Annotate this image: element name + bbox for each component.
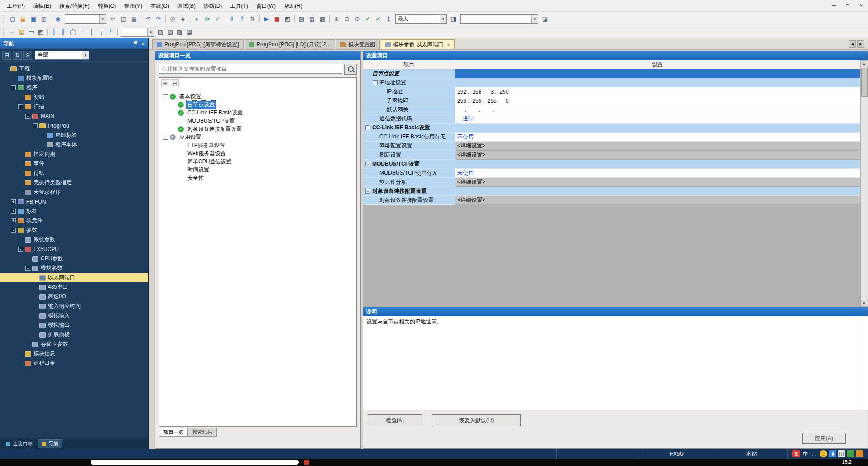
expand-toggle-icon[interactable]: [11, 218, 16, 223]
nav-tree-item[interactable]: FX5UCPU: [0, 244, 148, 254]
setting-tree-item[interactable]: 自节点设置: [159, 100, 356, 109]
nav-tree-item[interactable]: 待机: [0, 168, 148, 178]
delete-line-icon[interactable]: ┴: [106, 28, 115, 37]
register-watch-icon[interactable]: ◪: [540, 14, 550, 24]
menu-item[interactable]: 视图(V): [120, 1, 146, 11]
expand-toggle-icon[interactable]: [365, 189, 370, 194]
toolbox-icon[interactable]: [856, 450, 863, 457]
settings-row[interactable]: 自节点设置: [363, 69, 860, 78]
vertical-line-icon[interactable]: │: [87, 28, 96, 37]
close-button[interactable]: ×: [854, 1, 868, 10]
statement-icon[interactable]: ▨: [307, 14, 317, 24]
setting-value-cell[interactable]: [455, 78, 860, 87]
restore-default-button[interactable]: 恢复为默认(U): [432, 414, 521, 426]
setting-tree-item[interactable]: 时间设置: [159, 166, 356, 174]
setting-tree-item[interactable]: CC-Link IEF Basic设置: [159, 109, 356, 117]
zoom-fit-icon[interactable]: ⊙: [352, 14, 362, 24]
watch-device-combo[interactable]: ▾: [460, 14, 538, 24]
display-format-combo[interactable]: ▾: [65, 14, 106, 24]
nav-tree-item[interactable]: 程序: [0, 83, 148, 92]
cut-icon[interactable]: ✂: [108, 14, 118, 24]
menu-item[interactable]: 帮助(H): [280, 1, 307, 11]
nav-tree-item[interactable]: 模拟输出: [0, 320, 148, 330]
nav-tree-item[interactable]: 485串口: [0, 282, 148, 292]
ladder-scale-combo[interactable]: ▾: [121, 28, 154, 37]
setting-search-input[interactable]: [159, 64, 342, 74]
coil-icon[interactable]: ◯: [68, 28, 77, 37]
document-tab[interactable]: ProgPou [PRG] [LD] (只读) 2...: [245, 39, 335, 49]
setting-value-cell[interactable]: 二进制: [455, 114, 860, 124]
scrollbar-thumb[interactable]: [861, 68, 868, 97]
nav-tree-item[interactable]: 工程: [0, 64, 148, 73]
scroll-tabs-right-icon[interactable]: ▶: [857, 40, 864, 48]
setting-value-cell[interactable]: <详细设置>: [455, 151, 860, 160]
redo-icon[interactable]: ↷: [153, 14, 163, 24]
watch-window-1-icon[interactable]: ◩: [36, 28, 45, 37]
maximize-button[interactable]: □: [841, 1, 854, 10]
watch-window-icon[interactable]: ◩: [283, 14, 293, 24]
monitor-stop-icon[interactable]: ■: [272, 14, 282, 24]
setting-item-cell[interactable]: 刷新设置: [363, 151, 455, 160]
zoom-in-icon[interactable]: ⊕: [331, 14, 341, 24]
settings-row[interactable]: 软元件分配 <详细设置>: [363, 178, 860, 187]
expand-toggle-icon[interactable]: [18, 247, 23, 252]
menu-item[interactable]: 编辑(E): [29, 1, 55, 11]
close-contact-icon[interactable]: ╫: [59, 28, 68, 37]
setting-value-cell[interactable]: <详细设置>: [455, 196, 860, 205]
expand-toggle-icon[interactable]: [11, 85, 16, 90]
menu-item[interactable]: 窗口(W): [252, 1, 280, 11]
expand-toggle-icon[interactable]: [25, 266, 30, 271]
nav-tree-item[interactable]: 无执行类型指定: [0, 178, 148, 187]
setting-tree-item[interactable]: 简单CPU通信设置: [159, 157, 356, 166]
open-contact-icon[interactable]: ╟: [49, 28, 58, 37]
setting-item-cell[interactable]: 通信数据代码: [363, 114, 455, 124]
nav-tree-item[interactable]: 事件: [0, 159, 148, 168]
nav-tree-item[interactable]: 模块参数: [0, 263, 148, 273]
nav-tree-item[interactable]: 初始: [0, 92, 148, 102]
nav-tree-item[interactable]: 扩展插板: [0, 330, 148, 339]
expand-toggle-icon[interactable]: [33, 123, 38, 128]
settings-row[interactable]: IP地址设置: [363, 78, 860, 87]
settings-row[interactable]: 网络配置设置 <详细设置>: [363, 142, 860, 151]
nav-tree-item[interactable]: 模块配置图: [0, 73, 148, 83]
setting-item-cell[interactable]: CC-Link IEF Basic设置: [363, 124, 455, 133]
setting-list-tab[interactable]: 搜索结果: [188, 428, 217, 437]
document-tab[interactable]: 模块参数 以太网端口 ×: [381, 39, 455, 49]
online-program-change-icon[interactable]: ✔: [373, 14, 383, 24]
monitor-start-icon[interactable]: ▶: [262, 14, 272, 24]
verify-with-plc-icon[interactable]: ⇅: [248, 14, 258, 24]
output-window-icon[interactable]: ▭: [27, 28, 36, 37]
setting-value-cell[interactable]: <详细设置>: [455, 142, 860, 151]
nav-tree-item[interactable]: CPU参数: [0, 254, 148, 263]
navigate-up-icon[interactable]: ↥: [384, 14, 393, 24]
element-selection-icon[interactable]: ▦: [17, 28, 26, 37]
setting-tree-item[interactable]: MODBUS/TCP设置: [159, 117, 356, 125]
setting-value-cell[interactable]: . . .: [455, 105, 860, 114]
menu-item[interactable]: 工程(P): [3, 1, 29, 11]
apply-button[interactable]: 应用(A): [802, 433, 846, 444]
setting-item-cell[interactable]: 自节点设置: [363, 69, 455, 78]
expand-toggle-icon[interactable]: [365, 162, 370, 166]
open-icon[interactable]: ▤: [18, 14, 28, 24]
nav-tree-item[interactable]: 恒定周期: [0, 149, 148, 159]
nav-tree-item[interactable]: 程序本体: [0, 140, 148, 149]
nav-tree-item[interactable]: MAIN: [0, 111, 148, 121]
setting-value-cell[interactable]: 255 . 255 . 255 . 0: [455, 96, 860, 105]
expand-toggle-icon[interactable]: [18, 104, 23, 109]
find-icon[interactable]: ◎: [168, 14, 177, 24]
convert-all-icon[interactable]: ≫: [202, 14, 212, 24]
setting-item-cell[interactable]: IP地址设置: [363, 78, 455, 87]
setting-item-cell[interactable]: 网络配置设置: [363, 142, 455, 151]
setting-tree-item[interactable]: 对象设备连接配置设置: [159, 125, 356, 133]
watch-max-combo[interactable]: 最大: -------▾: [395, 14, 447, 24]
menu-item[interactable]: 工具(T): [226, 1, 252, 11]
setting-value-cell[interactable]: [455, 187, 860, 196]
setting-item-cell[interactable]: CC-Link IEF Basic使用有无: [363, 133, 455, 142]
nav-tree-item[interactable]: FB/FUN: [0, 197, 148, 206]
scroll-tabs-left-icon[interactable]: ◀: [849, 40, 856, 48]
pin-icon[interactable]: [133, 41, 138, 47]
setting-value-cell[interactable]: 未使用: [455, 169, 860, 178]
setting-item-cell[interactable]: 对象设备连接配置设置: [363, 196, 455, 205]
navigation-filter-combo[interactable]: 全部▾: [35, 51, 89, 60]
comment-display-icon[interactable]: ▧: [156, 28, 165, 37]
